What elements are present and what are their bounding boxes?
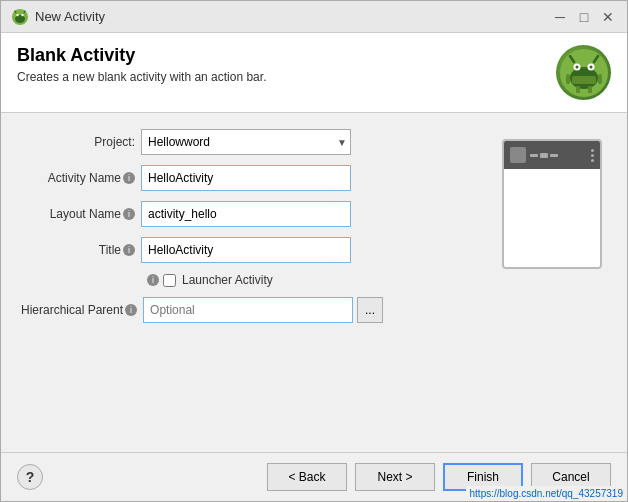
dialog-title: New Activity (35, 9, 105, 24)
info-icon-2: i (123, 208, 135, 220)
dot-2 (591, 154, 594, 157)
title-row: Title i (21, 237, 477, 263)
title-bar: New Activity ─ □ ✕ (1, 1, 627, 33)
header-text: Blank Activity Creates a new blank activ… (17, 45, 266, 84)
hierarchical-label: Hierarchical Parent i (21, 303, 143, 317)
action-bar-waves (530, 153, 558, 158)
content-section: Project: Hellowword ▼ Activity Name i (1, 113, 627, 452)
page-title: Blank Activity (17, 45, 266, 66)
maximize-button[interactable]: □ (575, 8, 593, 26)
action-bar (504, 141, 600, 169)
dot-1 (591, 149, 594, 152)
wave-1 (530, 154, 538, 157)
title-label: Title i (21, 243, 141, 257)
svg-rect-16 (588, 86, 592, 93)
dot-3 (591, 159, 594, 162)
wave-2 (540, 153, 548, 158)
form-area: Project: Hellowword ▼ Activity Name i (21, 129, 477, 436)
activity-name-input[interactable] (141, 165, 351, 191)
layout-name-label: Layout Name i (21, 207, 141, 221)
info-icon: i (123, 172, 135, 184)
launcher-label: Launcher Activity (182, 273, 273, 287)
activity-name-row: Activity Name i (21, 165, 477, 191)
info-icon-3: i (123, 244, 135, 256)
title-input[interactable] (141, 237, 351, 263)
activity-name-label: Activity Name i (21, 171, 141, 185)
footer-left: ? (17, 464, 43, 490)
launcher-checkbox[interactable] (163, 274, 176, 287)
info-icon-5: i (125, 304, 137, 316)
action-bar-icon (510, 147, 526, 163)
url-bar: https://blog.csdn.net/qq_43257319 (466, 486, 627, 501)
project-row: Project: Hellowword ▼ (21, 129, 477, 155)
new-activity-dialog: New Activity ─ □ ✕ Blank Activity Create… (0, 0, 628, 502)
svg-rect-15 (576, 86, 580, 93)
svg-rect-18 (598, 74, 602, 84)
svg-rect-14 (572, 76, 596, 84)
preview-area (497, 129, 607, 436)
project-select-wrapper: Hellowword ▼ (141, 129, 351, 155)
project-label: Project: (21, 135, 141, 149)
svg-rect-17 (566, 74, 570, 84)
close-button[interactable]: ✕ (599, 8, 617, 26)
phone-content (504, 169, 600, 267)
next-button[interactable]: Next > (355, 463, 435, 491)
browse-button[interactable]: ... (357, 297, 383, 323)
info-icon-4: i (147, 274, 159, 286)
wave-3 (550, 154, 558, 157)
layout-name-input[interactable] (141, 201, 351, 227)
help-button[interactable]: ? (17, 464, 43, 490)
svg-point-10 (575, 65, 578, 68)
android-avatar (556, 45, 611, 100)
svg-point-11 (589, 65, 592, 68)
svg-point-2 (16, 13, 18, 15)
page-description: Creates a new blank activity with an act… (17, 70, 266, 84)
overflow-menu-icon (591, 149, 594, 162)
header-section: Blank Activity Creates a new blank activ… (1, 33, 627, 113)
title-bar-left: New Activity (11, 8, 105, 26)
hierarchical-input[interactable] (143, 297, 353, 323)
back-button[interactable]: < Back (267, 463, 347, 491)
android-icon-svg (559, 48, 609, 98)
phone-preview (502, 139, 602, 269)
hierarchical-row: Hierarchical Parent i ... (21, 297, 477, 323)
minimize-button[interactable]: ─ (551, 8, 569, 26)
svg-point-1 (15, 15, 25, 23)
android-studio-icon (11, 8, 29, 26)
layout-name-row: Layout Name i (21, 201, 477, 227)
project-select[interactable]: Hellowword (141, 129, 351, 155)
svg-point-3 (21, 13, 23, 15)
launcher-row: i Launcher Activity (21, 273, 477, 287)
title-bar-controls: ─ □ ✕ (551, 8, 617, 26)
